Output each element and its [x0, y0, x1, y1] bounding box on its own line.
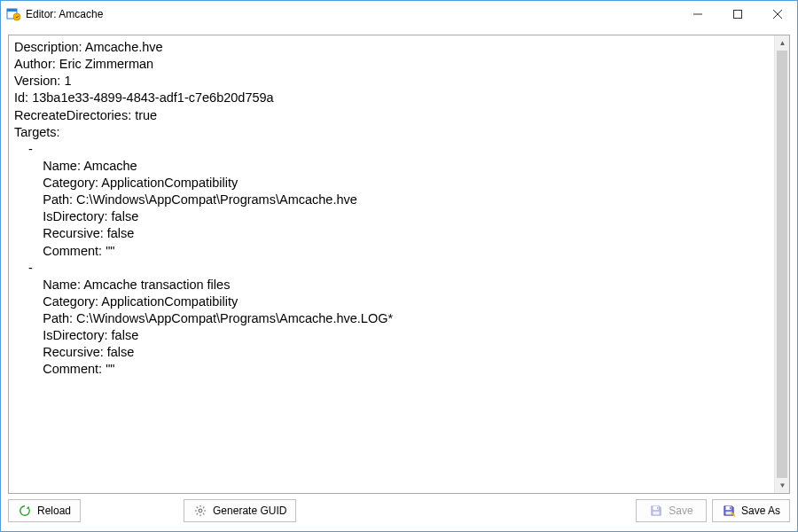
toolbar-left-group: Reload	[8, 499, 296, 524]
svg-point-7	[199, 509, 202, 512]
svg-rect-18	[653, 512, 660, 515]
editor-window: Editor: Amcache Description: Amcache.hve…	[0, 0, 798, 532]
svg-line-12	[197, 507, 198, 508]
svg-line-13	[203, 513, 204, 514]
vertical-scrollbar[interactable]: ▲ ▼	[774, 35, 789, 493]
scroll-up-icon[interactable]: ▲	[775, 35, 790, 51]
scroll-down-icon[interactable]: ▼	[775, 478, 790, 493]
svg-rect-20	[730, 507, 731, 510]
yaml-editor[interactable]: Description: Amcache.hve Author: Eric Zi…	[9, 35, 774, 493]
maximize-button[interactable]	[717, 1, 757, 27]
client-area: Description: Amcache.hve Author: Eric Zi…	[1, 27, 797, 531]
close-button[interactable]	[757, 1, 797, 27]
save-button[interactable]: Save	[636, 499, 707, 522]
reload-icon	[18, 504, 32, 518]
save-label: Save	[669, 505, 692, 517]
titlebar: Editor: Amcache	[1, 1, 797, 27]
save-as-icon	[722, 504, 736, 518]
reload-label: Reload	[37, 505, 71, 517]
scrollbar-thumb[interactable]	[777, 51, 787, 478]
app-icon	[6, 7, 20, 21]
save-as-button[interactable]: Save As	[712, 499, 790, 522]
window-controls	[677, 1, 797, 27]
generate-guid-button[interactable]: Generate GUID	[184, 499, 296, 522]
generate-guid-label: Generate GUID	[213, 505, 286, 517]
svg-point-2	[13, 13, 20, 20]
gear-icon	[193, 504, 207, 518]
editor-container: Description: Amcache.hve Author: Eric Zi…	[8, 35, 790, 494]
svg-rect-1	[7, 9, 17, 12]
bottom-toolbar: Reload	[8, 499, 790, 524]
save-icon	[649, 504, 663, 518]
toolbar-right-group: Save Save As	[636, 499, 790, 524]
svg-line-14	[203, 507, 204, 508]
svg-rect-4	[733, 10, 741, 18]
minimize-button[interactable]	[677, 1, 717, 27]
reload-button[interactable]: Reload	[8, 499, 81, 522]
svg-rect-17	[657, 507, 658, 510]
window-title: Editor: Amcache	[26, 8, 677, 20]
save-as-label: Save As	[741, 505, 780, 517]
svg-line-15	[197, 513, 198, 514]
